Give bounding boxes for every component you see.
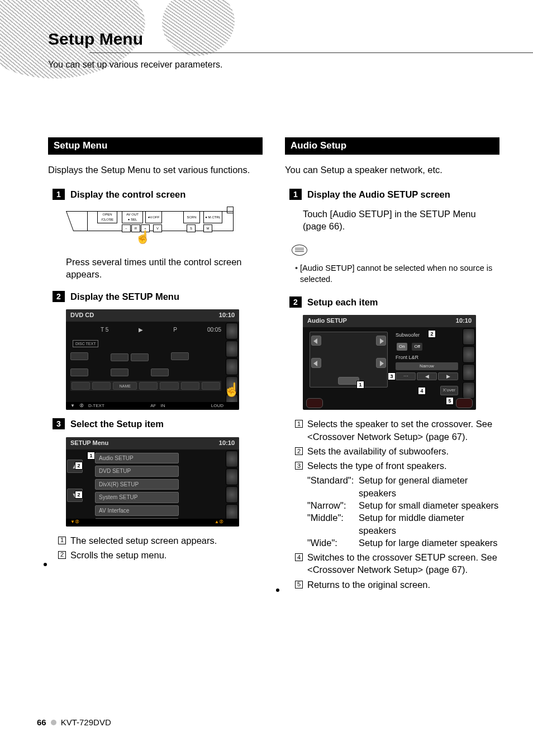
note-icon <box>292 245 307 256</box>
scr2-footer: ▼⦿▲⦿ <box>66 519 239 527</box>
scr3-side-buttons <box>461 327 476 400</box>
step-title: Select the Setup item <box>70 418 164 430</box>
bullet-text: Selects the speaker to set the crossover… <box>307 418 499 443</box>
step-title: Display the control screen <box>70 188 185 200</box>
note-text: •[Audio SETUP] cannot be selected when n… <box>295 263 499 285</box>
callout-1: 1 <box>87 452 95 460</box>
callout-4: 4 <box>418 387 426 395</box>
def-key: "Standard": <box>307 474 359 499</box>
footer-dot-icon <box>51 720 56 725</box>
section-heading-setup-menu: Setup Menu <box>48 137 263 155</box>
callout-box-5: 5 <box>295 581 303 588</box>
panel-avout-sel: AV OUT● SEL <box>122 211 143 223</box>
menu-item: DVD SETUP <box>95 466 179 477</box>
step-title: Setup each item <box>307 296 378 308</box>
panel-minus: − <box>122 224 131 232</box>
dvd-cd-screen-figure: DVD CD10:10 T 5▶P00:05 DISC TEXT <box>66 309 263 410</box>
title-rule <box>89 52 533 53</box>
step-body: Touch [Audio SETUP] in the SETUP Menu (p… <box>303 208 499 233</box>
step-number-2: 2 <box>289 296 302 308</box>
callout-box-1: 1 <box>295 420 303 428</box>
scr1-stop <box>171 352 189 360</box>
menu-item: AV Interface <box>95 505 179 516</box>
scr3-subwoofer-label: Subwoofer <box>396 332 458 338</box>
page-footer: 66 KVT-729DVD <box>37 717 111 728</box>
bullet-text: Selects the type of front speakers. <box>307 460 446 472</box>
scr1-footer: ▼⦿D-TEXT AF IN LOUD <box>66 402 239 410</box>
audio-setup-screen-figure: Audio SETUP10:10 1 Subwoofer <box>303 315 499 410</box>
bullet-text: Scrolls the setup menu. <box>70 549 166 561</box>
panel-corner-icon <box>227 207 234 213</box>
scr3-arrow-buttons: ⋯◀▶ <box>396 372 458 380</box>
panel-s: S <box>187 224 196 232</box>
def-val: Setup for small diameter speakers <box>359 499 499 511</box>
section-description: Displays the Setup Menu to set various f… <box>48 164 263 176</box>
def-val: Setup for general diameter speakers <box>359 474 499 499</box>
step-number-2: 2 <box>53 291 65 302</box>
scr1-p: P <box>173 326 177 334</box>
panel-v: V <box>153 224 162 232</box>
menu-item: System SETUP <box>95 492 179 503</box>
def-val: Setup for large diameter speakers <box>359 537 499 549</box>
step-title: Display the SETUP Menu <box>70 290 179 303</box>
callout-2b: 2 <box>75 491 83 499</box>
callout-2: 2 <box>428 330 436 338</box>
panel-voff: ●V.OFF <box>145 211 162 223</box>
step-number-1: 1 <box>289 189 302 200</box>
panel-m: M <box>203 224 212 232</box>
callout-box-4: 4 <box>295 553 303 561</box>
model-number: KVT-729DVD <box>61 717 111 728</box>
scr3-off: Off <box>412 343 422 351</box>
callout-5: 5 <box>446 397 454 405</box>
callout-box-3: 3 <box>295 462 303 470</box>
scr1-rew <box>111 353 129 361</box>
def-key: "Middle": <box>307 511 359 537</box>
scr1-disc-text: DISC TEXT <box>73 340 98 347</box>
scr3-on: On <box>397 343 407 351</box>
bullet-text: The selected setup screen appears. <box>70 534 217 547</box>
scr1-time: 00:05 <box>207 326 221 334</box>
speaker-layout-diagram <box>310 332 388 387</box>
panel-mctrl: ● M.CTRL <box>203 211 222 223</box>
callout-box-2: 2 <box>58 551 66 559</box>
scr3-front-value: Narrow <box>396 362 458 371</box>
menu-item: DivX(R) SETUP <box>95 479 179 490</box>
hand-pointer-icon: ☝ <box>223 383 239 396</box>
bullet-text: Returns to the original screen. <box>307 578 430 591</box>
menu-item: Audio SETUP <box>95 453 179 464</box>
scr3-title: Audio SETUP <box>307 317 347 326</box>
scr1-ffwd <box>131 353 149 361</box>
callout-3: 3 <box>388 372 396 380</box>
scr3-clock: 10:10 <box>456 317 472 326</box>
def-val: Setup for middle diameter speakers <box>359 511 499 537</box>
section-description: You can Setup a speaker network, etc. <box>285 164 499 176</box>
step-number-1: 1 <box>53 189 65 200</box>
scr1-eject <box>70 352 88 360</box>
scr3-bottom-buttons: 5 <box>306 398 473 408</box>
section-heading-audio-setup: Audio Setup <box>285 137 499 155</box>
scr1-track: T 5 <box>101 326 108 334</box>
scr1-bottom-strip: NAME <box>70 381 221 391</box>
setup-menu-screen-figure: SETUP Menu10:10 ▲ ▼ 1 2 2 Audio SETUP DV… <box>66 437 263 527</box>
bullet-text: Sets the availability of subwoofers. <box>307 445 449 457</box>
scr1-title: DVD CD <box>70 311 94 320</box>
scr2-side-buttons <box>225 449 239 522</box>
scr1-clock: 10:10 <box>219 311 235 320</box>
panel-scrn: SCRN <box>183 211 200 223</box>
bullet-text: Switches to the crossover SETUP screen. … <box>307 551 499 576</box>
panel-open-close: OPEN /CLOSE <box>97 211 117 223</box>
def-key: "Wide": <box>307 537 359 549</box>
control-panel-figure: OPEN /CLOSE AV OUT● SEL ●V.OFF SCRN ● M.… <box>66 208 263 248</box>
callout-2a: 2 <box>75 462 83 470</box>
step-title: Display the Audio SETUP screen <box>307 188 450 200</box>
scr1-playpause <box>111 369 129 376</box>
step-number-3: 3 <box>53 418 65 429</box>
scr2-title: SETUP Menu <box>70 439 108 448</box>
page-title: Setup Menu <box>48 28 499 51</box>
callout-box-1: 1 <box>58 537 66 544</box>
scr2-clock: 10:10 <box>219 439 235 448</box>
scr3-xover: X'over <box>440 386 458 395</box>
step-body: Press several times until the control sc… <box>66 256 263 281</box>
page-subtitle: You can set up various receiver paramete… <box>48 59 499 71</box>
scr3-front-label: Front L&R <box>396 354 458 361</box>
